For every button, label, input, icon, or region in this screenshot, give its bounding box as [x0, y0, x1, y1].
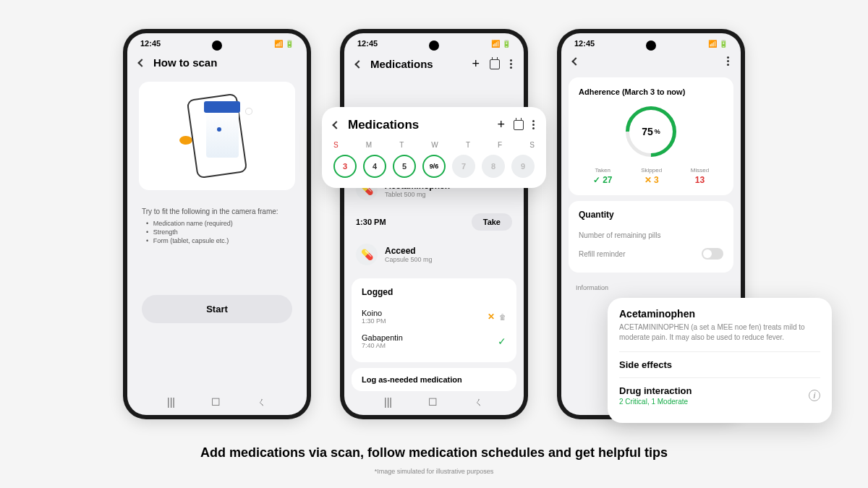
nav-back-icon[interactable]: ㄑ [257, 396, 267, 409]
nav-back-icon[interactable]: ㄑ [474, 396, 484, 409]
header: How to scan [127, 51, 307, 74]
more-icon[interactable] [510, 59, 512, 69]
nav-home-icon[interactable]: ☐ [428, 396, 438, 409]
progress-ring: 75% [626, 106, 676, 157]
time-label: 1:30 PM [356, 218, 386, 226]
log-item[interactable]: Gabapentin 7:40 AM ✓ [362, 329, 506, 354]
side-effects-row[interactable]: Side effects [619, 351, 820, 377]
phone-1: 12:45 📶🔋 How to scan Try to fit the fol [123, 29, 311, 419]
delete-icon[interactable]: 🗑 [499, 313, 506, 321]
stat-skipped: Skipped ✕ 3 [641, 167, 662, 185]
date-button[interactable]: 8 [482, 155, 505, 178]
date-button[interactable]: 7 [452, 155, 475, 178]
status-icons: 📶🔋 [708, 40, 728, 48]
caption: Add medications via scan, follow medicat… [0, 445, 868, 461]
nav-recent-icon[interactable]: ||| [384, 396, 392, 409]
instruction-item: Form (tablet, capsule etc.) [146, 237, 292, 244]
medication-item[interactable]: 💊 Acceed Capsule 500 mg [344, 236, 524, 273]
calendar-icon[interactable] [514, 120, 524, 130]
logged-card: Logged Koino 1:30 PM ✕🗑 Gabapentin 7:40 … [352, 278, 516, 362]
log-item[interactable]: Koino 1:30 PM ✕🗑 [362, 304, 506, 329]
instruction-item: Strength [146, 228, 292, 236]
drug-interaction-row[interactable]: Drug interaction 2 Critical, 1 Moderate … [619, 377, 820, 413]
week-days: SMTWTFS [333, 141, 535, 149]
interaction-detail: 2 Critical, 1 Moderate [619, 398, 692, 406]
nav-recent-icon[interactable]: ||| [167, 396, 175, 409]
add-icon[interactable]: + [472, 56, 480, 72]
status-bar: 12:45 📶🔋 [127, 33, 307, 51]
status-icons: 📶🔋 [274, 40, 294, 48]
disclaimer: *Image simulated for illustrative purpos… [0, 468, 868, 475]
instruction-item: Medication name (required) [146, 220, 292, 227]
refill-reminder-row: Refill reminder [579, 244, 723, 264]
info-icon[interactable]: i [809, 390, 820, 401]
back-icon[interactable] [332, 121, 340, 129]
page-title: How to scan [153, 56, 295, 69]
log-name: Gabapentin [362, 333, 403, 342]
drug-info-card: Acetaminophen ACETAMININOPHEN (a set a M… [608, 298, 832, 423]
status-time: 12:45 [357, 39, 378, 48]
med-name: Acceed [385, 246, 512, 256]
log-time: 1:30 PM [362, 317, 386, 325]
instructions: Try to fit the following in the camera f… [127, 197, 307, 252]
week-selector-card: Medications + SMTWTFS 3 4 5 9/6 7 8 9 [322, 107, 546, 188]
add-icon[interactable]: + [497, 117, 505, 132]
adherence-card: Adherence (March 3 to now) 75% Taken ✓ 2… [569, 77, 733, 195]
back-icon[interactable] [571, 57, 579, 65]
drug-name: Acetaminophen [619, 308, 820, 320]
log-name: Koino [362, 309, 386, 317]
log-time: 7:40 AM [362, 342, 403, 349]
date-button[interactable]: 3 [333, 155, 357, 178]
date-button[interactable]: 4 [363, 155, 386, 178]
scan-illustration [139, 82, 295, 190]
status-bar: 12:45 📶🔋 [344, 33, 524, 51]
date-button[interactable]: 9 [511, 155, 535, 178]
take-button[interactable]: Take [472, 213, 512, 231]
time-row: 1:30 PM Take [344, 207, 524, 236]
capsule-icon: 💊 [356, 244, 378, 265]
phone-2: 12:45 📶🔋 Medications + 💊 Ace [340, 29, 528, 419]
med-detail: Tablet 500 mg [385, 191, 512, 198]
back-icon[interactable] [137, 59, 145, 67]
stat-missed: Missed 13 [691, 167, 709, 185]
header [561, 51, 741, 72]
status-time: 12:45 [140, 39, 161, 48]
more-icon[interactable] [727, 56, 729, 66]
status-time: 12:45 [574, 39, 595, 48]
instructions-title: Try to fit the following in the camera f… [142, 207, 292, 215]
header: Medications + [344, 51, 524, 77]
quantity-card: Quantity Number of remaining pills Refil… [569, 201, 733, 273]
skipped-icon: ✕ [488, 312, 495, 322]
date-button[interactable]: 5 [393, 155, 416, 178]
page-title: Medications [370, 58, 463, 70]
date-button-today[interactable]: 9/6 [422, 155, 446, 178]
calendar-icon[interactable] [490, 59, 500, 69]
overlay-title: Medications [348, 118, 488, 132]
status-icons: 📶🔋 [491, 40, 511, 48]
more-icon[interactable] [532, 120, 535, 129]
back-icon[interactable] [354, 60, 362, 68]
quantity-remaining-row[interactable]: Number of remaining pills [579, 227, 723, 244]
log-as-needed-button[interactable]: Log as-needed medication [352, 368, 516, 391]
adherence-title: Adherence (March 3 to now) [579, 87, 723, 96]
stat-taken: Taken ✓ 27 [593, 167, 613, 185]
refill-toggle[interactable] [702, 248, 723, 260]
logged-title: Logged [362, 287, 506, 297]
med-detail: Capsule 500 mg [385, 256, 512, 263]
nav-home-icon[interactable]: ☐ [211, 396, 221, 409]
nav-bar: ||| ☐ ㄑ [127, 396, 307, 409]
taken-icon: ✓ [498, 335, 506, 347]
week-dates: 3 4 5 9/6 7 8 9 [333, 155, 535, 178]
quantity-title: Quantity [579, 210, 723, 220]
nav-bar: ||| ☐ ㄑ [344, 396, 524, 409]
information-label: Information [561, 278, 741, 297]
status-bar: 12:45 📶🔋 [561, 33, 741, 51]
drug-description: ACETAMININOPHEN (a set a MEE noe fen) tr… [619, 322, 820, 343]
start-button[interactable]: Start [142, 295, 292, 323]
